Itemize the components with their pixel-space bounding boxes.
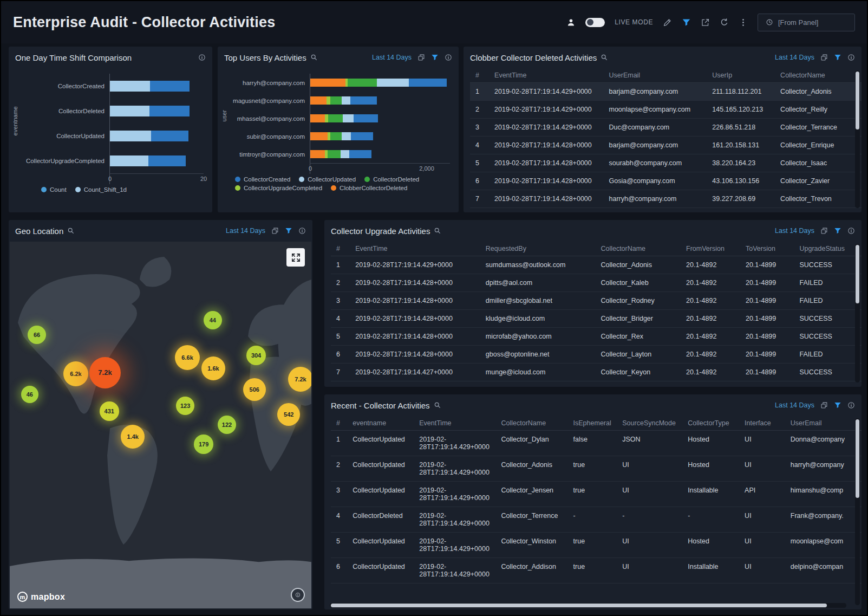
table-row[interactable]: 62019-02-28T17:19:14.428+0000Gosia@compa… xyxy=(470,172,862,190)
table-row[interactable]: 4CollectorDeleted2019-02-28T17:19:14.429… xyxy=(331,507,862,533)
bar-segment[interactable] xyxy=(310,114,325,122)
map-bubble[interactable]: 123 xyxy=(176,397,194,415)
map-bubble[interactable]: 304 xyxy=(246,346,266,365)
legend-item[interactable]: CollectorUpdated xyxy=(299,176,356,183)
table-row[interactable]: 2CollectorUpdated2019-02-28T17:19:14.429… xyxy=(331,456,862,482)
column-header[interactable]: EventTime xyxy=(489,68,603,83)
search-icon[interactable] xyxy=(67,227,75,235)
scrollbar-thumb[interactable] xyxy=(331,604,827,607)
column-header[interactable]: EventTime xyxy=(414,416,495,431)
bar-segment[interactable] xyxy=(328,150,341,158)
bar-segment[interactable] xyxy=(330,132,342,140)
bar-segment[interactable] xyxy=(310,132,328,140)
column-header[interactable]: UserEmail xyxy=(603,68,707,83)
column-header[interactable]: # xyxy=(331,416,347,431)
bar-segment[interactable] xyxy=(110,106,149,116)
column-header[interactable]: EventTime xyxy=(350,242,480,256)
legend-item[interactable]: Count xyxy=(41,186,67,193)
legend-item[interactable]: CollectorDeleted xyxy=(364,176,419,183)
table-row[interactable]: 42019-02-28T17:19:14.428+0000barjam@comp… xyxy=(470,137,862,154)
filter-button[interactable] xyxy=(682,18,691,27)
column-header[interactable]: UpgradeStatus xyxy=(794,242,862,256)
bar-segment[interactable] xyxy=(148,155,186,166)
copy-icon[interactable] xyxy=(820,401,828,409)
table-row[interactable]: 12019-02-28T17:19:14.429+0000sumdumass@o… xyxy=(331,256,862,274)
table-row[interactable]: 22019-02-28T17:19:14.428+0000dpitts@aol.… xyxy=(331,274,862,292)
map-bubble[interactable]: 6.6k xyxy=(175,345,200,370)
column-header[interactable]: # xyxy=(331,242,350,256)
column-header[interactable]: CollectorName xyxy=(595,242,681,256)
bar-segment[interactable] xyxy=(328,114,343,122)
table-row[interactable]: 72019-02-28T17:19:14.428+0000harryh@comp… xyxy=(470,190,862,208)
filter-icon[interactable] xyxy=(834,401,841,409)
info-icon[interactable] xyxy=(298,227,306,235)
search-icon[interactable] xyxy=(434,227,441,235)
map-bubble[interactable]: 7.2k xyxy=(89,357,121,388)
bar-segment[interactable] xyxy=(110,155,148,166)
bar-segment[interactable] xyxy=(342,132,351,140)
scrollbar-thumb[interactable] xyxy=(856,245,859,303)
map-bubble[interactable]: 7.2k xyxy=(288,367,311,392)
bar-segment[interactable] xyxy=(377,79,409,87)
map-bubble[interactable]: 122 xyxy=(218,416,236,434)
copy-icon[interactable] xyxy=(820,227,828,235)
table-row[interactable]: 6CollectorUpdated2019-02-28T17:19:14.429… xyxy=(331,558,862,583)
world-map[interactable]: m mapbox 66466.2k7.2k4311.4k6.6k441.6k30… xyxy=(10,242,311,608)
bar-segment[interactable] xyxy=(342,96,350,105)
table-row[interactable]: 22019-02-28T17:19:14.429+0000moonlapse@c… xyxy=(470,101,862,119)
map-bubble[interactable]: 66 xyxy=(28,326,46,344)
table-row[interactable]: 12019-02-28T17:19:14.429+0000barjam@comp… xyxy=(470,83,862,101)
bar-segment[interactable] xyxy=(310,150,325,158)
search-icon[interactable] xyxy=(434,401,441,409)
bar-segment[interactable] xyxy=(150,81,190,92)
info-icon[interactable] xyxy=(198,54,206,61)
bar-segment[interactable] xyxy=(351,132,373,140)
column-header[interactable]: ToVersion xyxy=(740,242,794,256)
copy-icon[interactable] xyxy=(271,227,279,235)
column-header[interactable]: Interface xyxy=(739,416,785,431)
legend-item[interactable]: CollectorUpgradeCompleted xyxy=(235,185,322,191)
vertical-scrollbar[interactable] xyxy=(855,70,860,208)
column-header[interactable]: SourceSyncMode xyxy=(617,416,682,431)
table-row[interactable]: 62019-02-28T17:19:14.428+0000gboss@opton… xyxy=(331,346,862,364)
refresh-button[interactable] xyxy=(720,18,729,27)
time-range-label[interactable]: Last 14 Days xyxy=(775,227,814,235)
search-icon[interactable] xyxy=(310,54,318,61)
filter-icon[interactable] xyxy=(834,54,841,61)
column-header[interactable]: RequestedBy xyxy=(480,242,596,256)
bar-segment[interactable] xyxy=(348,79,377,87)
column-header[interactable]: CollectorName xyxy=(775,68,862,83)
bar-segment[interactable] xyxy=(349,150,371,158)
map-bubble[interactable]: 46 xyxy=(21,386,38,403)
table-row[interactable]: 72019-02-28T17:19:14.427+0000munge@iclou… xyxy=(331,364,862,381)
scrollbar-thumb[interactable] xyxy=(856,419,859,498)
info-icon[interactable] xyxy=(847,401,855,409)
table-row[interactable]: 3CollectorUpdated2019-02-28T17:19:14.429… xyxy=(331,482,862,507)
table-row[interactable]: 32019-02-28T17:19:14.429+0000Duc@company… xyxy=(470,119,862,137)
time-range-label[interactable]: Last 14 Days xyxy=(775,54,814,61)
edit-button[interactable] xyxy=(663,18,672,27)
map-bubble[interactable]: 542 xyxy=(277,403,300,426)
bar-segment[interactable] xyxy=(151,131,188,141)
bar-segment[interactable] xyxy=(330,96,342,105)
map-bubble[interactable]: 506 xyxy=(243,378,266,401)
legend-item[interactable]: Count_Shift_1d xyxy=(75,186,127,193)
column-header[interactable]: CollectorType xyxy=(682,416,739,431)
info-icon[interactable] xyxy=(847,54,855,61)
legend-item[interactable]: CollectorCreated xyxy=(235,176,290,183)
bar-segment[interactable] xyxy=(110,131,151,141)
info-icon[interactable] xyxy=(445,54,452,61)
bar-segment[interactable] xyxy=(110,81,150,92)
bar-segment[interactable] xyxy=(149,106,190,116)
table-row[interactable]: 42019-02-28T17:19:14.428+0000kludge@iclo… xyxy=(331,310,862,328)
bar-segment[interactable] xyxy=(343,114,353,122)
filter-icon[interactable] xyxy=(834,227,841,235)
share-button[interactable] xyxy=(701,18,710,27)
copy-icon[interactable] xyxy=(820,54,828,61)
bar-segment[interactable] xyxy=(310,79,345,87)
time-range-selector[interactable]: [From Panel] xyxy=(758,14,855,31)
scrollbar-thumb[interactable] xyxy=(856,72,859,129)
bar-segment[interactable] xyxy=(310,96,327,105)
bar-segment[interactable] xyxy=(341,150,349,158)
column-header[interactable]: IsEphemeral xyxy=(568,416,617,431)
